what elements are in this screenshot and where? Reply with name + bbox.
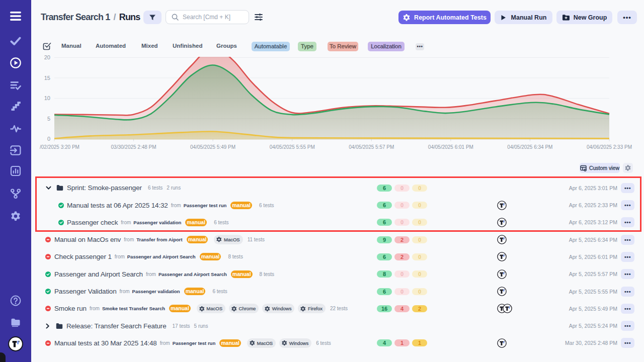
svg-text:04/06/2025 2:33 PM: 04/06/2025 2:33 PM	[587, 144, 632, 150]
svg-text:20: 20	[44, 54, 50, 60]
svg-text:04/05/2025 6:34 PM: 04/05/2025 6:34 PM	[507, 144, 552, 150]
svg-text:5: 5	[47, 116, 50, 122]
svg-text:15: 15	[44, 75, 50, 81]
svg-text:04/05/2025 5:49 PM: 04/05/2025 5:49 PM	[190, 144, 235, 150]
svg-text:04/05/2025 5:55 PM: 04/05/2025 5:55 PM	[270, 144, 315, 150]
svg-text:04/05/2025 6:01 PM: 04/05/2025 6:01 PM	[428, 144, 473, 150]
svg-text:0: 0	[47, 136, 50, 142]
svg-text:03/30/2025 2:48 PM: 03/30/2025 2:48 PM	[111, 144, 156, 150]
svg-text:04/05/2025 5:57 PM: 04/05/2025 5:57 PM	[349, 144, 394, 150]
svg-text:/02/2025 3:20 PM: /02/2025 3:20 PM	[40, 144, 79, 150]
svg-text:10: 10	[44, 95, 50, 101]
